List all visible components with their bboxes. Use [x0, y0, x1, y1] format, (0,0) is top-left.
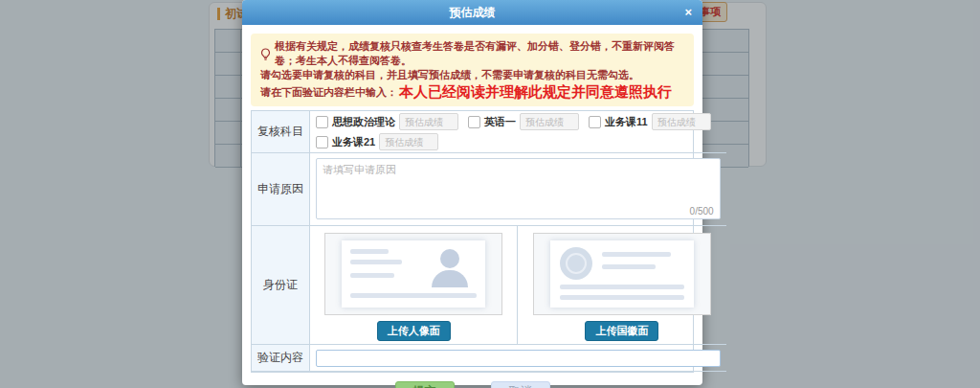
char-counter: 0/500: [690, 206, 714, 217]
reason-cell: 0/500: [310, 153, 726, 226]
idcard-back-area: 上传国徽面: [518, 226, 725, 344]
estimated-score-input[interactable]: [520, 113, 579, 130]
subject-group-major1: 业务课11: [589, 113, 711, 130]
person-silhouette-icon: [432, 270, 468, 287]
notice-line-1: 根据有关规定，成绩复核只核查考生答卷是否有漏评、加分错、登分错，不重新评阅答卷；…: [260, 39, 684, 68]
bulb-icon: [260, 48, 271, 60]
subject-checkbox[interactable]: [316, 116, 328, 128]
subject-name: 业务课11: [605, 115, 648, 129]
estimated-score-input[interactable]: [379, 133, 438, 150]
verification-input[interactable]: [316, 350, 721, 367]
subject-group-politics: 思想政治理论: [316, 113, 458, 130]
card-line: [560, 295, 684, 300]
person-silhouette-icon: [440, 249, 459, 268]
idcard-label: 身份证: [252, 226, 310, 345]
card-line: [602, 252, 671, 257]
subject-checkbox[interactable]: [468, 116, 480, 128]
idcard-back-illustration: [550, 240, 694, 308]
dialog-footer: 提交 取消: [251, 381, 694, 388]
upload-emblem-side-button[interactable]: 上传国徽面: [585, 321, 658, 341]
reason-box: 0/500: [316, 158, 721, 219]
card-line: [350, 249, 389, 254]
estimated-score-dialog: 预估成绩 × 根据有关规定，成绩复核只核查考生答卷是否有漏评、加分错、登分错，不…: [242, 0, 702, 385]
estimated-score-input[interactable]: [652, 113, 711, 130]
notice-required-phrase: 本人已经阅读并理解此规定并同意遵照执行: [399, 82, 672, 102]
subjects-cell: 思想政治理论 英语一 业务课11: [310, 111, 726, 153]
subject-checkbox[interactable]: [316, 136, 328, 148]
national-emblem-icon: [560, 247, 592, 280]
subject-name: 思想政治理论: [332, 115, 395, 129]
notice-line-3: 请在下面验证内容栏中输入： 本人已经阅读并理解此规定并同意遵照执行: [260, 82, 684, 102]
estimated-score-input[interactable]: [399, 113, 458, 130]
national-emblem-ring: [566, 253, 587, 274]
screen: 初试成绩 注意事项 预估成绩 ×: [0, 0, 980, 388]
subject-checkbox[interactable]: [589, 116, 601, 128]
dialog-body: 根据有关规定，成绩复核只核查考生答卷是否有漏评、加分错、登分错，不重新评阅答卷；…: [242, 25, 702, 388]
card-line: [350, 273, 394, 278]
notice-line-2: 请勾选要申请复核的科目，并且填写预估成绩，不需要申请复核的科目无需勾选。: [260, 68, 684, 82]
subjects-line-1: 思想政治理论 英语一 业务课11: [316, 113, 721, 130]
card-line: [350, 260, 402, 264]
idcard-front-illustration: [342, 240, 485, 308]
subject-group-major2: 业务课21: [316, 133, 438, 150]
review-form: 复核科目 思想政治理论 英语一: [251, 110, 694, 373]
card-line: [350, 293, 477, 298]
submit-button[interactable]: 提交: [395, 381, 455, 388]
close-icon[interactable]: ×: [684, 0, 692, 25]
idcard-cell: 上传人像面: [310, 226, 726, 345]
card-line: [560, 285, 684, 289]
notice-text-3-prefix: 请在下面验证内容栏中输入：: [260, 82, 397, 102]
subjects-line-2: 业务课21: [316, 133, 721, 150]
subject-group-english: 英语一: [468, 113, 579, 130]
upload-portrait-side-button[interactable]: 上传人像面: [377, 321, 451, 341]
verification-cell: [310, 345, 726, 372]
subject-name: 业务课21: [332, 135, 375, 149]
verification-label: 验证内容: [252, 345, 310, 372]
card-line: [602, 264, 656, 269]
cancel-button[interactable]: 取消: [491, 381, 550, 388]
idcard-front-area: 上传人像面: [310, 226, 518, 344]
reason-label: 申请原因: [252, 153, 310, 226]
subject-name: 英语一: [484, 115, 516, 129]
notice-text-1: 根据有关规定，成绩复核只核查考生答卷是否有漏评、加分错、登分错，不重新评阅答卷；…: [275, 39, 684, 68]
dialog-header: 预估成绩 ×: [242, 0, 702, 25]
subjects-label: 复核科目: [252, 111, 310, 153]
notice-text-2: 请勾选要申请复核的科目，并且填写预估成绩，不需要申请复核的科目无需勾选。: [260, 68, 639, 82]
idcard-back-placeholder: [533, 233, 711, 315]
idcard-front-placeholder: [324, 233, 502, 315]
reason-textarea[interactable]: [317, 159, 720, 205]
dialog-title: 预估成绩: [450, 6, 496, 19]
rules-notice: 根据有关规定，成绩复核只核查考生答卷是否有漏评、加分错、登分错，不重新评阅答卷；…: [251, 34, 694, 106]
